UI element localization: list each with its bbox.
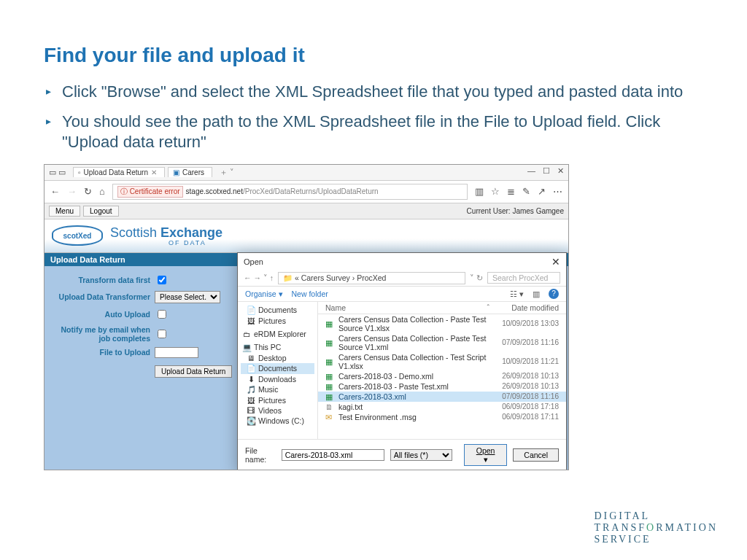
file-filter-select[interactable]: All files (*) bbox=[390, 449, 452, 461]
file-list: Name ˆ Date modified ▦Carers Census Data… bbox=[318, 302, 566, 439]
tab-label: Upload Data Return bbox=[84, 168, 148, 176]
favorite-icon[interactable]: ☆ bbox=[491, 186, 500, 197]
auto-upload-checkbox[interactable] bbox=[158, 310, 166, 319]
notify-checkbox[interactable] bbox=[158, 330, 166, 338]
browser-tab[interactable]: ▫ Upload Data Return ✕ bbox=[73, 167, 165, 177]
file-name-label: File name: bbox=[245, 446, 276, 464]
brand-title: Scottish Exchange bbox=[110, 225, 222, 240]
notify-label: Notify me by email when job completes bbox=[52, 325, 150, 343]
url-host: stage.scotxed.net/ProcXed/DataReturns/Up… bbox=[186, 187, 379, 195]
browser-tab-bar: ▭ ▭ ▫ Upload Data Return ✕ ▣ Carers ＋ ˅ … bbox=[44, 165, 568, 181]
url-input[interactable]: ⓘ Certificate error stage.scotxed.net/Pr… bbox=[112, 184, 468, 200]
current-user-label: Current User: James Gamgee bbox=[467, 207, 564, 215]
file-upload-input[interactable] bbox=[155, 347, 198, 358]
dialog-sidebar: 📄Documents🖼Pictures🗀eRDM Explorer💻This P… bbox=[238, 302, 318, 439]
file-open-dialog: Open ✕ ← → ˅ ↑ 📁 « Carers Survey › ProcX… bbox=[237, 252, 567, 470]
file-type-icon: ▦ bbox=[325, 382, 336, 391]
transformer-select[interactable]: Please Select... bbox=[155, 291, 220, 303]
sidebar-item[interactable]: 💻This PC bbox=[241, 342, 314, 353]
nav-refresh-icon[interactable]: ↻ bbox=[84, 186, 92, 197]
page-title: Find your file and upload it bbox=[44, 44, 703, 67]
tab-label: Carers bbox=[182, 168, 204, 176]
transformer-label: Upload Data Transformer bbox=[52, 292, 150, 301]
tab-favicon-icon: ▣ bbox=[173, 168, 179, 176]
dialog-path[interactable]: 📁 « Carers Survey › ProcXed bbox=[278, 272, 465, 284]
file-row[interactable]: ▦Carers-2018-03.xml07/09/2018 11:16 bbox=[318, 392, 566, 402]
help-icon[interactable]: ? bbox=[549, 289, 559, 299]
file-type-icon: ▦ bbox=[325, 319, 336, 328]
sidebar-item[interactable]: 🎵Music bbox=[241, 384, 314, 395]
instruction-item: You should see the path to the XML Sprea… bbox=[62, 112, 703, 153]
new-tab-icon[interactable]: ＋ ˅ bbox=[220, 167, 234, 178]
window-minimize-icon[interactable]: — bbox=[527, 166, 535, 176]
window-system-icons: ▭ ▭ bbox=[49, 168, 66, 177]
file-row[interactable]: ▦Carers-2018-03 - Paste Test.xml26/09/20… bbox=[318, 381, 566, 392]
file-row[interactable]: ▦Carers Census Data Collection - Test Sc… bbox=[318, 352, 566, 371]
app-toolbar: Menu Logout Current User: James Gamgee bbox=[44, 203, 568, 219]
file-type-icon: ▦ bbox=[325, 392, 336, 401]
certificate-error-badge[interactable]: ⓘ Certificate error bbox=[117, 186, 183, 198]
sidebar-item[interactable]: 🖼Pictures bbox=[241, 395, 314, 405]
menu-button[interactable]: Menu bbox=[49, 206, 80, 217]
brand-banner: scotXed Scottish Exchange OF DATA bbox=[44, 219, 568, 253]
sidebar-item[interactable]: 📄Documents bbox=[241, 363, 314, 374]
tab-close-icon[interactable]: ✕ bbox=[151, 168, 157, 176]
file-type-icon: ✉ bbox=[325, 413, 336, 421]
nav-back-icon[interactable]: ← bbox=[50, 186, 60, 197]
sidebar-item[interactable]: 🎞Videos bbox=[241, 405, 314, 416]
share-icon[interactable]: ↗ bbox=[538, 186, 546, 197]
tab-favicon-icon: ▫ bbox=[78, 168, 81, 176]
logout-button[interactable]: Logout bbox=[83, 206, 119, 217]
favorites-list-icon[interactable]: ≣ bbox=[507, 186, 515, 197]
dialog-title: Open bbox=[244, 257, 263, 266]
preview-pane-icon[interactable]: ▥ bbox=[533, 289, 540, 298]
instruction-item: Click "Browse" and select the XML Spread… bbox=[62, 82, 703, 103]
file-type-icon: ▦ bbox=[325, 372, 336, 381]
embedded-screenshot: ▭ ▭ ▫ Upload Data Return ✕ ▣ Carers ＋ ˅ … bbox=[44, 164, 569, 470]
dialog-search-input[interactable]: Search ProcXed bbox=[487, 272, 560, 284]
file-type-icon: 🗎 bbox=[325, 402, 336, 411]
file-name-input[interactable] bbox=[282, 449, 384, 461]
browser-address-bar: ← → ↻ ⌂ ⓘ Certificate error stage.scotxe… bbox=[44, 181, 568, 203]
brand-subtitle: OF DATA bbox=[169, 239, 222, 246]
scotxed-logo-icon: scotXed bbox=[52, 225, 103, 246]
file-row[interactable]: ▦Carers Census Data Collection - Paste T… bbox=[318, 333, 566, 352]
nav-home-icon[interactable]: ⌂ bbox=[99, 186, 105, 197]
dialog-back-icon[interactable]: ← → ˅ ↑ bbox=[244, 273, 274, 282]
window-close-icon[interactable]: ✕ bbox=[557, 166, 564, 176]
window-maximize-icon[interactable]: ☐ bbox=[543, 166, 550, 176]
new-folder-button[interactable]: New folder bbox=[292, 289, 328, 298]
notes-icon[interactable]: ✎ bbox=[522, 186, 530, 197]
col-header-name[interactable]: Name bbox=[325, 303, 487, 312]
reading-view-icon[interactable]: ▥ bbox=[475, 186, 484, 197]
dialog-close-icon[interactable]: ✕ bbox=[551, 256, 560, 268]
footer-logo: DIGITAL TRANSFORMATION SERVICE bbox=[594, 510, 718, 545]
file-type-icon: ▦ bbox=[325, 357, 336, 366]
file-upload-label: File to Upload bbox=[52, 348, 150, 357]
sidebar-item[interactable]: 💽Windows (C:) bbox=[241, 416, 314, 427]
nav-forward-icon: → bbox=[67, 186, 77, 197]
file-type-icon: ▦ bbox=[325, 338, 336, 347]
cancel-button[interactable]: Cancel bbox=[513, 448, 559, 462]
auto-upload-label: Auto Upload bbox=[52, 310, 150, 319]
instruction-list: Click "Browse" and select the XML Spread… bbox=[44, 82, 703, 153]
view-mode-icon[interactable]: ☷ ▾ bbox=[510, 289, 524, 298]
sidebar-item[interactable]: 🖼Pictures bbox=[241, 316, 314, 326]
file-row[interactable]: ▦Carers-2018-03 - Demo.xml26/09/2018 10:… bbox=[318, 371, 566, 381]
browser-tab[interactable]: ▣ Carers bbox=[168, 167, 212, 177]
file-row[interactable]: 🗎kagi.txt06/09/2018 17:18 bbox=[318, 402, 566, 412]
sidebar-item[interactable]: 📄Documents bbox=[241, 305, 314, 316]
open-button[interactable]: Open ▾ bbox=[464, 444, 507, 466]
file-row[interactable]: ▦Carers Census Data Collection - Paste T… bbox=[318, 314, 566, 333]
sidebar-item[interactable]: ⬇Downloads bbox=[241, 374, 314, 384]
transform-checkbox[interactable] bbox=[158, 276, 166, 284]
file-row[interactable]: ✉Test Environment .msg06/09/2018 17:11 bbox=[318, 412, 566, 422]
transform-label: Transform data first bbox=[52, 276, 150, 284]
col-header-date[interactable]: Date modified bbox=[489, 303, 559, 312]
more-icon[interactable]: ⋯ bbox=[553, 186, 562, 197]
sidebar-item[interactable]: 🖥Desktop bbox=[241, 353, 314, 363]
upload-data-return-button[interactable]: Upload Data Return bbox=[155, 365, 232, 378]
organize-menu[interactable]: Organise ▾ bbox=[245, 289, 283, 298]
sidebar-item[interactable]: 🗀eRDM Explorer bbox=[241, 329, 314, 339]
